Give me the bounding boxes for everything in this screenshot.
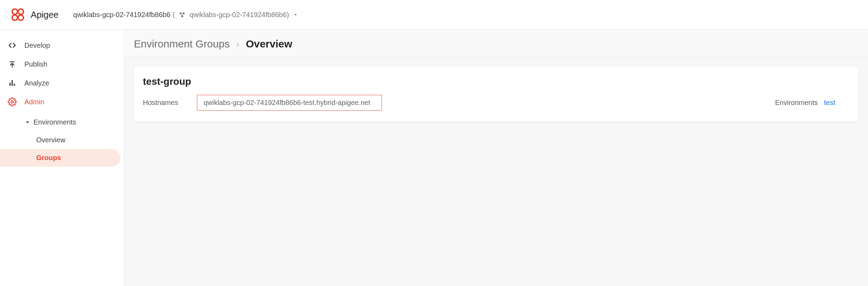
- sidebar-subgroup-label: Environments: [33, 118, 76, 126]
- brand-name: Apigee: [31, 9, 59, 20]
- brand-logo[interactable]: Apigee: [10, 7, 59, 23]
- svg-point-6: [181, 15, 183, 17]
- environment-link[interactable]: test: [824, 99, 835, 107]
- svg-point-1: [18, 9, 23, 14]
- breadcrumb: Environment Groups › Overview: [124, 30, 868, 57]
- svg-rect-9: [14, 84, 15, 86]
- sidebar-item-label: Publish: [24, 60, 47, 68]
- svg-point-4: [180, 12, 182, 14]
- sidebar-item-analyze[interactable]: Analyze: [0, 74, 124, 92]
- publish-icon: [8, 60, 17, 69]
- project-name: qwiklabs-gcp-02-741924fb86b6: [73, 11, 170, 19]
- sidebar-item-admin[interactable]: Admin: [0, 92, 124, 111]
- open-paren: (: [173, 11, 175, 19]
- header: Apigee qwiklabs-gcp-02-741924fb86b6 ( qw…: [0, 0, 868, 30]
- environments-label: Environments: [775, 99, 817, 107]
- sidebar-subitem-label: Groups: [36, 154, 61, 161]
- sidebar-item-label: Analyze: [24, 79, 49, 87]
- project-selector[interactable]: qwiklabs-gcp-02-741924fb86b6 ( qwiklabs-…: [73, 11, 299, 19]
- sidebar-item-label: Develop: [24, 42, 50, 50]
- sidebar-subgroup-header[interactable]: Environments: [0, 113, 124, 131]
- caret-down-icon: [25, 120, 30, 125]
- card-title: test-group: [143, 76, 849, 87]
- project-detail: qwiklabs-gcp-02-741924fb86b6): [190, 11, 289, 19]
- develop-icon: [8, 41, 17, 50]
- svg-rect-8: [12, 80, 13, 86]
- sidebar-subitem-label: Overview: [36, 136, 65, 144]
- svg-point-0: [12, 9, 17, 14]
- hostnames-label: Hostnames: [143, 99, 178, 107]
- svg-point-10: [11, 101, 14, 103]
- sidebar-subitem-overview[interactable]: Overview: [0, 131, 120, 149]
- hostname-value: qwiklabs-gcp-02-741924fb86b6-test.hybrid…: [197, 95, 382, 111]
- svg-point-2: [12, 15, 17, 20]
- chevron-right-icon: ›: [236, 38, 239, 50]
- analyze-icon: [8, 78, 17, 88]
- sidebar-subgroup-environments: Environments Overview Groups: [0, 113, 124, 167]
- apigee-logo-icon: [10, 7, 26, 23]
- sidebar-item-develop[interactable]: Develop: [0, 36, 124, 55]
- main: Environment Groups › Overview test-group…: [124, 30, 868, 286]
- env-group-card: test-group Hostnames qwiklabs-gcp-02-741…: [134, 67, 858, 122]
- chevron-down-icon: [292, 12, 299, 18]
- breadcrumb-parent[interactable]: Environment Groups: [134, 38, 230, 50]
- breadcrumb-current: Overview: [246, 38, 292, 50]
- sidebar-subitem-groups[interactable]: Groups: [0, 149, 120, 167]
- sidebar: Develop Publish: [0, 30, 124, 286]
- gear-icon: [8, 97, 17, 106]
- sidebar-item-publish[interactable]: Publish: [0, 55, 124, 74]
- project-bullets-icon: [178, 11, 186, 18]
- svg-point-5: [182, 12, 184, 14]
- svg-point-3: [18, 15, 23, 20]
- svg-rect-7: [9, 83, 11, 86]
- sidebar-item-label: Admin: [24, 98, 44, 106]
